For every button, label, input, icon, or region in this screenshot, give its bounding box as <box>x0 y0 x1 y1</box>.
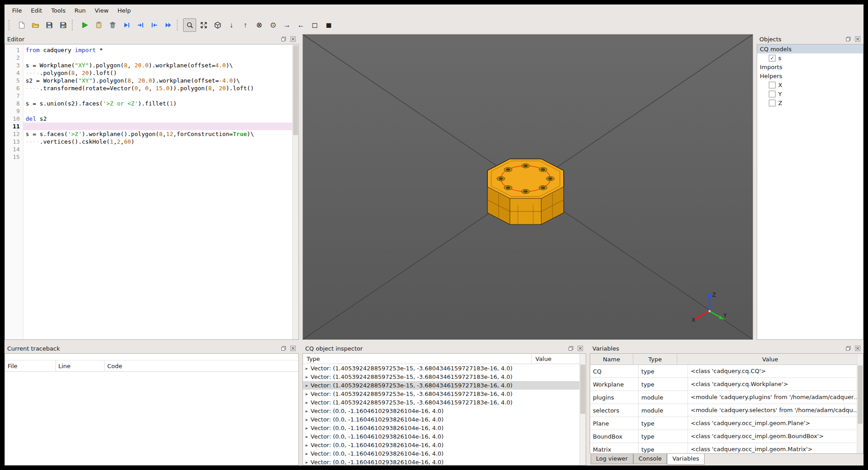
expander-icon[interactable]: ▸ <box>306 434 308 439</box>
inspector-row[interactable]: ▸Vector: (0.0, -1.1604610293826104e-16, … <box>303 432 580 441</box>
editor-code[interactable]: from cadquery import *s = Workplane("XY"… <box>23 44 298 339</box>
inspector-row[interactable]: ▸Vector: (0.0, -1.1604610293826104e-16, … <box>303 407 580 415</box>
float-panel-icon[interactable] <box>568 345 574 351</box>
tab-console[interactable]: Console <box>633 454 667 464</box>
code-line-15[interactable] <box>23 153 298 161</box>
objects-tree-item-cq-models[interactable]: CQ models <box>757 44 863 53</box>
code-line-5[interactable]: s2 = Workplane("XY").polygon(8, 20.0).wo… <box>23 77 298 84</box>
tab-log-viewer[interactable]: Log viewer <box>591 454 633 464</box>
view-top-button[interactable]: ↑ <box>239 18 252 32</box>
code-line-7[interactable] <box>23 92 298 100</box>
variable-row-plane[interactable]: Planetype<class 'cadquery.occ_impl.geom.… <box>590 417 863 430</box>
scrollbar-thumb[interactable] <box>580 365 585 414</box>
splitter[interactable] <box>299 343 302 466</box>
column-line[interactable]: Line <box>56 360 105 371</box>
wireframe-button[interactable]: ◻ <box>308 18 321 32</box>
save-button[interactable] <box>43 18 56 32</box>
expander-icon[interactable]: ▸ <box>306 400 308 405</box>
zoom-fit-button[interactable] <box>183 18 196 32</box>
variable-row-workplane[interactable]: Workplanetype<class 'cadquery.cq.Workpla… <box>590 378 863 391</box>
expander-icon[interactable]: ▸ <box>306 417 308 422</box>
code-editor[interactable]: 123456789101112131415 from cadquery impo… <box>4 44 299 340</box>
objects-tree-item-z[interactable]: Z <box>757 98 863 107</box>
column-code[interactable]: Code <box>105 360 298 371</box>
debug-step-return-button[interactable] <box>148 18 161 32</box>
float-panel-icon[interactable] <box>281 36 287 42</box>
toolbar-handle[interactable] <box>177 20 181 31</box>
inspector-row[interactable]: ▸Vector: (0.0, -1.1604610293826104e-16, … <box>303 441 580 449</box>
debug-continue-button[interactable] <box>162 18 175 32</box>
expander-icon[interactable]: ▸ <box>306 366 308 371</box>
splitter[interactable] <box>4 340 864 343</box>
view-right-button[interactable]: → <box>281 18 294 32</box>
inspector-row[interactable]: ▸Vector: (0.0, -1.1604610293826104e-16, … <box>303 424 580 432</box>
expander-icon[interactable]: ▸ <box>306 426 308 430</box>
debug-step-into-button[interactable] <box>134 18 147 32</box>
code-line-13[interactable]: ····.vertices().cskHole(1,2,60) <box>23 138 298 145</box>
menu-edit[interactable]: Edit <box>27 6 46 15</box>
scrollbar-thumb[interactable] <box>293 45 298 135</box>
menu-file[interactable]: File <box>8 6 26 15</box>
inspector-row[interactable]: ▸Vector: (1.4053924288597253e-15, -3.680… <box>303 398 580 407</box>
code-line-3[interactable]: s = Workplane("XY").polygon(8, 20.0).wor… <box>23 61 298 69</box>
variable-row-boundbox[interactable]: BoundBoxtype<class 'cadquery.occ_impl.ge… <box>590 430 863 443</box>
scrollbar-thumb[interactable] <box>858 365 863 424</box>
code-line-11[interactable] <box>23 123 298 130</box>
column-type[interactable]: Type <box>303 354 532 364</box>
objects-tree-item-s[interactable]: ✓s <box>757 53 863 62</box>
inspector-row[interactable]: ▸Vector: (1.4053924288597253e-15, -3.680… <box>303 364 580 373</box>
inspector-scrollbar[interactable] <box>579 354 586 465</box>
close-panel-icon[interactable] <box>290 345 296 351</box>
close-panel-icon[interactable] <box>290 36 296 42</box>
code-line-12[interactable]: s = s.faces('>Z').workplane().polygon(8,… <box>23 130 298 138</box>
close-panel-icon[interactable] <box>577 345 583 351</box>
float-panel-icon[interactable] <box>845 36 851 42</box>
expander-icon[interactable]: ▸ <box>306 409 308 413</box>
variables-scrollbar[interactable] <box>857 354 863 453</box>
checkbox-z[interactable] <box>769 100 776 106</box>
inspector-row[interactable]: ▸Vector: (1.4053924288597253e-15, -3.680… <box>303 381 580 390</box>
column-type[interactable]: Type <box>633 354 677 365</box>
column-value[interactable]: Value <box>677 354 863 365</box>
code-line-14[interactable] <box>23 145 298 153</box>
close-panel-icon[interactable] <box>855 36 861 42</box>
clipboard-button[interactable] <box>92 18 105 32</box>
view-bottom-button[interactable]: ↓ <box>225 18 238 32</box>
code-line-4[interactable]: ····.polygon(8, 20).loft() <box>23 69 298 77</box>
debug-step-button[interactable] <box>120 18 133 32</box>
toolbar-handle[interactable] <box>72 20 76 31</box>
shaded-button[interactable]: ◼ <box>322 18 335 32</box>
checkbox-x[interactable] <box>769 82 776 88</box>
new-file-button[interactable] <box>15 18 28 32</box>
menu-view[interactable]: View <box>91 6 113 15</box>
checkbox-s[interactable]: ✓ <box>769 55 776 61</box>
splitter[interactable] <box>753 34 757 340</box>
iso-view-button[interactable] <box>211 18 224 32</box>
code-line-1[interactable]: from cadquery import * <box>23 46 298 54</box>
inspector-row[interactable]: ▸Vector: (0.0, -1.1604610293826104e-16, … <box>303 458 580 465</box>
delete-button[interactable] <box>106 18 119 32</box>
code-line-2[interactable] <box>23 54 298 61</box>
checkbox-y[interactable] <box>769 91 776 97</box>
inspector-row[interactable]: ▸Vector: (0.0, -1.1604610293826104e-16, … <box>303 449 580 458</box>
code-line-8[interactable]: s = s.union(s2).faces('>Z or <Z').fillet… <box>23 100 298 107</box>
view-left-button[interactable]: ← <box>294 18 307 32</box>
objects-tree-item-helpers[interactable]: Helpers <box>757 71 863 80</box>
close-panel-icon[interactable] <box>855 345 861 351</box>
expander-icon[interactable]: ▸ <box>306 391 308 396</box>
open-button[interactable] <box>29 18 42 32</box>
viewport-3d[interactable]: Z X Y <box>302 34 753 340</box>
editor-scrollbar[interactable] <box>292 44 298 339</box>
column-name[interactable]: Name <box>590 354 633 365</box>
variable-row-plugins[interactable]: pluginsmodule<module 'cadquery.plugins' … <box>590 391 863 404</box>
save-as-button[interactable] <box>57 18 70 32</box>
objects-tree-item-y[interactable]: Y <box>757 89 863 98</box>
menu-help[interactable]: Help <box>114 6 135 15</box>
expander-icon[interactable]: ▸ <box>306 460 308 465</box>
inspector-row[interactable]: ▸Vector: (1.4053924288597253e-15, -3.680… <box>303 373 580 381</box>
inspector-row[interactable]: ▸Vector: (0.0, -1.1604610293826104e-16, … <box>303 415 580 424</box>
expander-icon[interactable]: ▸ <box>306 451 308 456</box>
objects-tree-item-x[interactable]: X <box>757 80 863 89</box>
render-button[interactable] <box>78 18 91 32</box>
menu-run[interactable]: Run <box>70 6 90 15</box>
